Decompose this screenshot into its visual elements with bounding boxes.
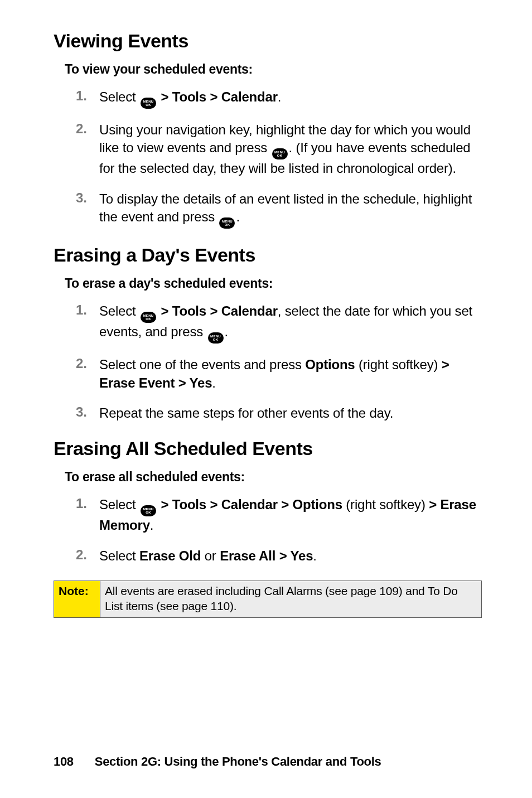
- step-bold: Options: [305, 357, 355, 372]
- step-text: Select: [99, 303, 139, 318]
- list-item: 1. Select MENUOK > Tools > Calendar, sel…: [54, 302, 482, 344]
- step-text: (right softkey): [355, 357, 442, 372]
- step-text: .: [150, 518, 153, 533]
- step-number: 2.: [54, 547, 99, 563]
- menu-ok-icon: MENUOK: [272, 148, 288, 159]
- heading-erasing-day: Erasing a Day's Events: [54, 244, 482, 266]
- step-body: Select MENUOK > Tools > Calendar > Optio…: [99, 496, 482, 534]
- step-number: 2.: [54, 121, 99, 137]
- note-body: All events are erased including Call Ala…: [100, 581, 481, 617]
- heading-erasing-all: Erasing All Scheduled Events: [54, 438, 482, 460]
- heading-viewing-events: Viewing Events: [54, 30, 482, 52]
- list-item: 3. To display the details of an event li…: [54, 190, 482, 229]
- step-text: .: [278, 89, 281, 104]
- step-text: Select: [99, 548, 139, 563]
- intro-erasing-day: To erase a day's scheduled events:: [65, 276, 482, 291]
- step-bold: Erase All > Yes: [220, 548, 313, 563]
- page-number: 108: [54, 755, 74, 768]
- menu-ok-icon: MENUOK: [141, 98, 156, 109]
- note-box: Note: All events are erased including Ca…: [54, 581, 482, 618]
- list-item: 2. Using your navigation key, highlight …: [54, 121, 482, 178]
- step-number: 3.: [54, 404, 99, 420]
- menu-ok-icon: MENUOK: [208, 332, 224, 344]
- step-bold: Erase Old: [139, 548, 201, 563]
- step-text: Select: [99, 89, 139, 104]
- steps-erasing-day: 1. Select MENUOK > Tools > Calendar, sel…: [54, 302, 482, 422]
- step-bold: > Tools > Calendar > Options: [157, 497, 342, 512]
- list-item: 2. Select one of the events and press Op…: [54, 356, 482, 392]
- step-body: Select MENUOK > Tools > Calendar, select…: [99, 302, 482, 344]
- steps-viewing-events: 1. Select MENUOK > Tools > Calendar. 2. …: [54, 88, 482, 229]
- list-item: 3. Repeat the same steps for other event…: [54, 404, 482, 422]
- step-body: Repeat the same steps for other events o…: [99, 404, 482, 422]
- step-number: 3.: [54, 190, 99, 206]
- step-text: .: [225, 324, 228, 339]
- step-bold: > Tools > Calendar: [161, 89, 277, 104]
- intro-erasing-all: To erase all scheduled events:: [65, 470, 482, 485]
- list-item: 2. Select Erase Old or Erase All > Yes.: [54, 547, 482, 565]
- menu-ok-icon: MENUOK: [219, 217, 235, 229]
- note-label: Note:: [54, 581, 100, 617]
- step-number: 1.: [54, 496, 99, 511]
- step-text: .: [212, 375, 215, 390]
- step-body: Using your navigation key, highlight the…: [99, 121, 482, 178]
- step-text: .: [236, 209, 239, 224]
- step-number: 1.: [54, 88, 99, 104]
- step-bold: > Tools > Calendar: [157, 303, 278, 318]
- page-footer: 108Section 2G: Using the Phone's Calenda…: [54, 755, 381, 769]
- step-text: .: [313, 548, 316, 563]
- step-number: 2.: [54, 356, 99, 371]
- step-text: (right softkey): [342, 497, 429, 512]
- step-body: Select MENUOK > Tools > Calendar.: [99, 88, 482, 109]
- step-body: To display the details of an event liste…: [99, 190, 482, 229]
- step-number: 1.: [54, 302, 99, 318]
- step-body: Select Erase Old or Erase All > Yes.: [99, 547, 482, 565]
- menu-ok-icon: MENUOK: [141, 505, 156, 516]
- step-body: Select one of the events and press Optio…: [99, 356, 482, 392]
- step-text: , select the date for which you set even…: [99, 303, 472, 339]
- steps-erasing-all: 1. Select MENUOK > Tools > Calendar > Op…: [54, 496, 482, 565]
- intro-viewing-events: To view your scheduled events:: [65, 62, 482, 77]
- page-content: Viewing Events To view your scheduled ev…: [0, 0, 532, 618]
- step-text: Select: [99, 497, 139, 512]
- step-text: or: [201, 548, 220, 563]
- step-text: Select one of the events and press: [99, 357, 305, 372]
- step-text: To display the details of an event liste…: [99, 191, 472, 224]
- menu-ok-icon: MENUOK: [141, 312, 156, 323]
- footer-title: Section 2G: Using the Phone's Calendar a…: [95, 755, 381, 768]
- list-item: 1. Select MENUOK > Tools > Calendar.: [54, 88, 482, 109]
- list-item: 1. Select MENUOK > Tools > Calendar > Op…: [54, 496, 482, 534]
